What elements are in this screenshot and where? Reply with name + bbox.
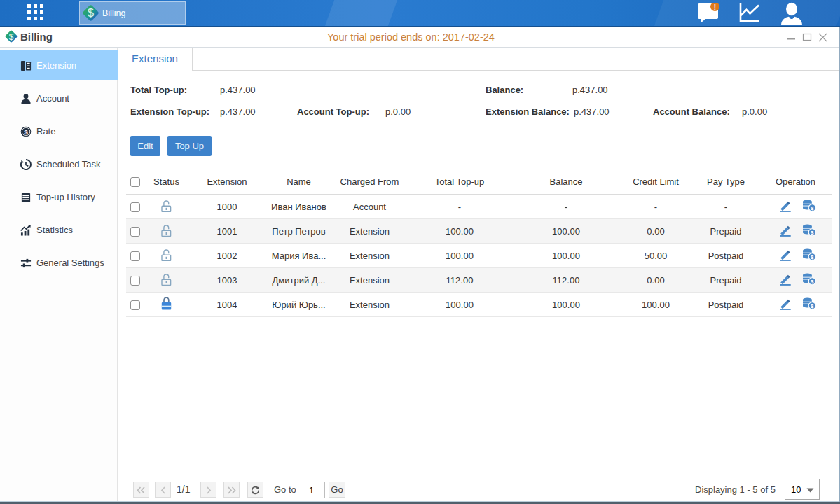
svg-text:$: $	[24, 127, 28, 135]
svg-text:$: $	[9, 32, 14, 42]
svg-text:$: $	[811, 302, 814, 309]
svg-text:$: $	[811, 204, 814, 211]
svg-text:$: $	[811, 278, 814, 284]
svg-text:!: !	[714, 4, 716, 11]
svg-text:$: $	[811, 253, 814, 260]
svg-text:$: $	[88, 6, 94, 19]
svg-text:$: $	[811, 229, 814, 235]
